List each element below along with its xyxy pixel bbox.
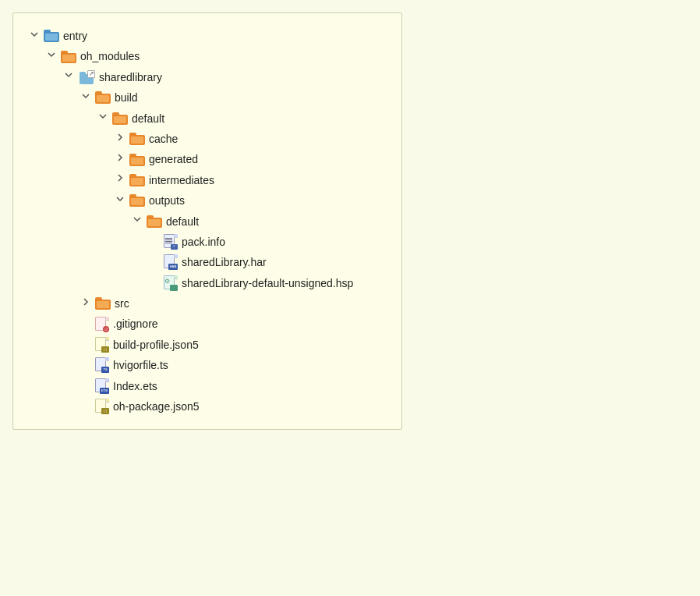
- ts-file-icon: TS: [95, 357, 109, 373]
- folder-icon: [95, 91, 111, 104]
- tree-node-cache[interactable]: cache: [29, 129, 386, 149]
- tree-node-label: outputs: [149, 192, 185, 209]
- tree-node-label: pack.info: [182, 233, 225, 250]
- chevron-right-icon[interactable]: [115, 173, 126, 186]
- chevron-right-icon[interactable]: [115, 153, 126, 166]
- folder-icon: [129, 174, 145, 186]
- tree-node-hvigorfile[interactable]: TShvigorfile.ts: [29, 355, 386, 375]
- tree-node-gitignore[interactable]: ∅.gitignore: [29, 314, 386, 334]
- folder-icon: [129, 154, 145, 166]
- tree-node-build[interactable]: build: [29, 87, 386, 108]
- tree-node-packinfo[interactable]: ≡pack.info: [29, 232, 386, 252]
- chevron-right-icon[interactable]: [80, 297, 91, 310]
- ets-file-icon: ETS: [95, 378, 109, 394]
- folder-icon: [61, 51, 76, 63]
- tree-node-label: hvigorfile.ts: [113, 357, 168, 374]
- folder-icon: [147, 215, 162, 228]
- tree-node-sharedlibrary[interactable]: ↗sharedlibrary: [29, 67, 386, 87]
- packinfo-file-icon: ≡: [164, 234, 178, 250]
- tree-node-outputs[interactable]: outputs: [29, 190, 386, 211]
- tree-node-label: Index.ets: [113, 378, 157, 395]
- json-file-icon: { }: [95, 337, 109, 353]
- chevron-down-icon[interactable]: [29, 30, 40, 43]
- tree-node-label: intermediates: [149, 172, 214, 189]
- tree-node-har[interactable]: HABsharedLibrary.har: [29, 252, 386, 272]
- tree-node-label: generated: [149, 151, 198, 168]
- tree-node-entry[interactable]: entry: [29, 26, 386, 46]
- folder-icon: [129, 133, 145, 145]
- folder-blue-icon: [44, 30, 59, 42]
- chevron-down-icon[interactable]: [80, 91, 91, 105]
- tree-node-label: build-profile.json5: [113, 336, 199, 353]
- tree-node-hsp[interactable]: ⚙ sharedLibrary-default-unsigned.hsp: [29, 273, 386, 293]
- tree-node-label: sharedLibrary-default-unsigned.hsp: [182, 275, 353, 292]
- tree-node-default1[interactable]: default: [29, 108, 386, 129]
- tree-node-label: oh_modules: [80, 48, 140, 65]
- folder-icon: [112, 112, 128, 125]
- hsp-file-icon: ⚙: [164, 275, 178, 291]
- json-file-icon: { }: [95, 399, 109, 414]
- tree-node-label: cache: [149, 130, 178, 147]
- tree-node-buildprofile[interactable]: { }build-profile.json5: [29, 335, 386, 355]
- chevron-down-icon[interactable]: [115, 194, 126, 208]
- tree-node-label: oh-package.json5: [113, 398, 200, 415]
- git-file-icon: ∅: [95, 317, 109, 332]
- tree-node-ohpackage[interactable]: { }oh-package.json5: [29, 396, 386, 417]
- chevron-down-icon[interactable]: [97, 112, 108, 125]
- folder-icon: [95, 297, 111, 310]
- chevron-down-icon[interactable]: [63, 70, 74, 83]
- tree-node-default2[interactable]: default: [29, 211, 386, 232]
- tree-node-src[interactable]: src: [29, 293, 386, 314]
- file-tree: entryoh_modules↗sharedlibrarybuilddefaul…: [12, 12, 402, 430]
- tree-node-generated[interactable]: generated: [29, 149, 386, 169]
- chevron-down-icon[interactable]: [132, 215, 143, 228]
- tree-node-label: sharedlibrary: [99, 69, 162, 86]
- tree-node-label: entry: [63, 27, 87, 44]
- folder-icon: ↗: [78, 70, 95, 84]
- folder-icon: [129, 194, 145, 207]
- tree-node-label: .gitignore: [113, 315, 158, 332]
- tree-node-intermediates[interactable]: intermediates: [29, 170, 386, 190]
- tree-node-indexets[interactable]: ETSIndex.ets: [29, 376, 386, 396]
- chevron-down-icon[interactable]: [46, 50, 57, 63]
- har-file-icon: HAB: [164, 254, 178, 270]
- tree-node-label: default: [166, 213, 199, 230]
- tree-node-label: sharedLibrary.har: [182, 254, 267, 271]
- chevron-right-icon[interactable]: [115, 133, 126, 146]
- tree-node-oh_modules[interactable]: oh_modules: [29, 46, 386, 66]
- tree-node-label: build: [115, 89, 138, 106]
- tree-node-label: src: [115, 295, 129, 312]
- tree-node-label: default: [132, 110, 164, 127]
